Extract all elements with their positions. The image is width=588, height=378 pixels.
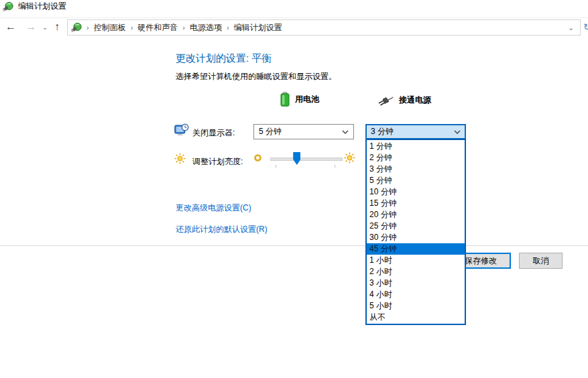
dropdown-option[interactable]: 25 分钟 xyxy=(367,220,465,232)
plugged-in-label: 接通电源 xyxy=(399,94,431,106)
plug-icon xyxy=(377,95,394,106)
cancel-button[interactable]: 取消 xyxy=(519,253,563,269)
brightness-slider-track[interactable] xyxy=(270,158,343,161)
battery-display-timeout-select[interactable]: 5 分钟 xyxy=(253,124,354,139)
brightness-slider xyxy=(270,150,341,168)
dropdown-option[interactable]: 4 小时 xyxy=(367,289,465,300)
brightness-sun-icon xyxy=(174,153,186,164)
up-button[interactable]: ↑ xyxy=(54,20,60,34)
forward-button[interactable]: → xyxy=(25,20,36,34)
refresh-icon[interactable]: ↻ xyxy=(583,21,588,32)
brightness-bright-icon xyxy=(344,152,355,164)
page-title: 更改计划的设置: 平衡 xyxy=(176,52,272,65)
address-dropdown-icon[interactable]: ⌄ xyxy=(569,24,580,32)
breadcrumb-label: 控制面板 xyxy=(94,23,126,32)
display-clock-icon xyxy=(174,123,189,136)
dropdown-option[interactable]: 3 小时 xyxy=(367,277,465,289)
dropdown-option[interactable]: 5 分钟 xyxy=(367,175,465,186)
dropdown-option[interactable]: 20 分钟 xyxy=(367,209,465,220)
advanced-power-settings-link[interactable]: 更改高级电源设置(C) xyxy=(176,202,251,214)
dropdown-option[interactable]: 2 小时 xyxy=(367,266,465,277)
dropdown-option[interactable]: 2 分钟 xyxy=(367,152,465,164)
ac-display-timeout-select[interactable]: 3 分钟 xyxy=(365,124,466,139)
restore-defaults-link[interactable]: 还原此计划的默认设置(R) xyxy=(176,224,268,235)
back-button[interactable]: ← xyxy=(5,20,16,34)
adjust-brightness-label: 调整计划亮度: xyxy=(192,156,243,168)
footer-divider xyxy=(0,245,588,246)
slider-tick xyxy=(276,165,276,168)
breadcrumb-label: 电源选项 xyxy=(190,23,222,32)
dropdown-option[interactable]: 1 分钟 xyxy=(367,141,465,152)
dropdown-option[interactable]: 45 分钟 xyxy=(367,243,465,255)
dropdown-option[interactable]: 5 小时 xyxy=(367,300,465,312)
dropdown-option[interactable]: 1 小时 xyxy=(367,255,465,266)
breadcrumb-item[interactable]: 编辑计划设置 xyxy=(222,22,282,34)
dropdown-option[interactable]: 从不 xyxy=(367,312,465,323)
window-title: 编辑计划设置 xyxy=(18,1,66,12)
turn-off-display-label: 关闭显示器: xyxy=(192,127,235,139)
history-dropdown-icon[interactable]: ⌄ xyxy=(42,23,48,31)
ac-display-timeout-value: 3 分钟 xyxy=(371,126,394,137)
slider-tick xyxy=(335,165,335,168)
breadcrumb-item[interactable]: 控制面板 xyxy=(82,22,126,34)
breadcrumb-label: 硬件和声音 xyxy=(137,23,178,32)
breadcrumb-item[interactable]: 硬件和声音 xyxy=(126,22,178,34)
dropdown-option[interactable]: 10 分钟 xyxy=(367,186,465,198)
plugged-in-column-header: 接通电源 xyxy=(377,94,431,106)
ac-display-timeout-dropdown-list: 1 分钟2 分钟3 分钟5 分钟10 分钟15 分钟20 分钟25 分钟30 分… xyxy=(365,139,466,325)
dropdown-option[interactable]: 3 分钟 xyxy=(367,164,465,175)
dropdown-option[interactable]: 30 分钟 xyxy=(367,232,465,243)
on-battery-column-header: 用电池 xyxy=(280,92,319,107)
dropdown-option[interactable]: 15 分钟 xyxy=(367,198,465,209)
power-plan-icon xyxy=(3,1,13,12)
address-bar[interactable]: 控制面板硬件和声音电源选项编辑计划设置 ⌄ xyxy=(67,19,581,36)
on-battery-label: 用电池 xyxy=(295,94,319,105)
breadcrumb-item[interactable]: 电源选项 xyxy=(178,22,222,34)
brightness-dim-icon xyxy=(253,153,262,162)
navigation-bar: ← → ⌄ ↑ 控制面板硬件和声音电源选项编辑计划设置 ⌄ ↻ xyxy=(0,17,588,38)
battery-icon xyxy=(280,92,290,107)
page-subtitle: 选择希望计算机使用的睡眠设置和显示设置。 xyxy=(176,71,337,82)
breadcrumb-label: 编辑计划设置 xyxy=(234,23,282,32)
chevron-down-icon xyxy=(454,130,461,134)
chevron-down-icon xyxy=(342,130,349,134)
battery-display-timeout-value: 5 分钟 xyxy=(259,126,282,137)
brightness-slider-thumb[interactable] xyxy=(293,152,300,165)
power-plan-icon xyxy=(71,22,82,33)
window-titlebar: 编辑计划设置 xyxy=(3,1,66,12)
